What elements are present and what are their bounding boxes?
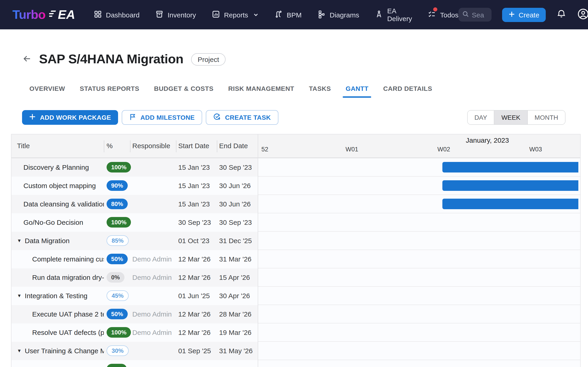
diagrams-icon bbox=[317, 10, 326, 19]
table-row[interactable]: ▼Execute UAT phase 2 tes 50% Demo Admin … bbox=[11, 305, 580, 323]
row-end-date: 30 Jun '26 bbox=[219, 177, 258, 195]
table-row[interactable]: ▼Custom object mapping 90% 15 Jan '23 30… bbox=[11, 177, 580, 195]
tab-status-reports[interactable]: STATUS REPORTS bbox=[72, 79, 147, 98]
type-badge: Project bbox=[191, 53, 225, 65]
row-responsible bbox=[132, 213, 176, 232]
row-title: Execute UAT phase 2 tes bbox=[32, 305, 104, 323]
tab-bar: OVERVIEW STATUS REPORTS BUDGET & COSTS R… bbox=[22, 79, 440, 98]
logo-ea-text: EA bbox=[58, 8, 75, 22]
progress-badge: 100% bbox=[107, 217, 131, 227]
table-row[interactable]: ▼Complete remaining cust 50% Demo Admin … bbox=[11, 250, 580, 268]
nav-item-ea-delivery[interactable]: EA Delivery bbox=[375, 7, 412, 23]
nav-item-bpm[interactable]: BPM bbox=[274, 10, 302, 19]
tab-gantt[interactable]: GANTT bbox=[338, 79, 376, 98]
profile-button[interactable] bbox=[577, 8, 588, 22]
row-responsible bbox=[132, 177, 176, 195]
row-title: Complete remaining cust bbox=[32, 250, 104, 268]
tab-overview[interactable]: OVERVIEW bbox=[22, 79, 72, 98]
tab-budget-costs[interactable]: BUDGET & COSTS bbox=[147, 79, 221, 98]
row-start-date: 12 Mar '26 bbox=[178, 323, 217, 342]
search-input[interactable] bbox=[472, 11, 490, 19]
collapse-caret-icon[interactable]: ▼ bbox=[17, 287, 22, 305]
todos-icon bbox=[428, 10, 436, 19]
nav-item-dashboard[interactable]: Dashboard bbox=[94, 10, 140, 19]
gantt-bar[interactable] bbox=[442, 180, 578, 191]
search-box[interactable] bbox=[458, 8, 492, 22]
create-task-button[interactable]: CREATE TASK bbox=[206, 110, 278, 125]
reports-icon bbox=[212, 10, 220, 19]
add-milestone-button[interactable]: ADD MILESTONE bbox=[121, 110, 202, 125]
table-row[interactable]: ▼Discovery & Planning 100% 15 Jan '23 30… bbox=[11, 158, 580, 177]
gantt-bar[interactable] bbox=[442, 162, 578, 173]
user-avatar-icon bbox=[577, 8, 588, 22]
gantt-row bbox=[258, 232, 580, 250]
chevron-down-icon bbox=[253, 11, 259, 19]
table-row[interactable]: ▼Data cleansing & validation 80% 15 Jan … bbox=[11, 195, 580, 213]
notification-dot bbox=[433, 7, 437, 11]
turboea-logo[interactable]: Turbo EA bbox=[12, 8, 75, 22]
speed-lines-icon bbox=[49, 9, 57, 20]
gantt-row bbox=[258, 195, 580, 213]
row-title: Data Migration bbox=[25, 232, 69, 250]
row-start-date: 12 Mar '26 bbox=[178, 305, 217, 323]
table-row[interactable]: ▼ bbox=[11, 360, 580, 367]
progress-badge: 100% bbox=[107, 162, 131, 173]
page-header: SAP S/4HANA Migration Project bbox=[22, 50, 225, 68]
progress-badge: 30% bbox=[107, 345, 129, 356]
column-header-responsible: Responsible bbox=[132, 134, 170, 157]
timescale-week-button[interactable]: WEEK bbox=[494, 110, 527, 124]
tab-card-details[interactable]: CARD DETAILS bbox=[376, 79, 440, 98]
timeline-week-label: W01 bbox=[346, 146, 358, 153]
collapse-caret-icon[interactable]: ▼ bbox=[17, 232, 22, 250]
gantt-row bbox=[258, 342, 580, 360]
table-row[interactable]: ▼Resolve UAT defects (pri 100% Demo Admi… bbox=[11, 323, 580, 342]
row-title: Discovery & Planning bbox=[23, 158, 89, 177]
notifications-button[interactable] bbox=[556, 9, 566, 20]
row-responsible: Demo Admin bbox=[132, 268, 176, 287]
tab-risk-management[interactable]: RISK MANAGEMENT bbox=[221, 79, 301, 98]
plus-icon bbox=[29, 113, 36, 122]
nav-item-reports[interactable]: Reports bbox=[212, 10, 259, 19]
gantt-row bbox=[258, 268, 580, 287]
check-circle-plus-icon bbox=[213, 113, 221, 122]
row-start-date: 12 Mar '26 bbox=[178, 268, 217, 287]
table-row[interactable]: ▼Data Migration 85% 01 Oct '23 31 Dec '2… bbox=[11, 232, 580, 250]
collapse-caret-icon[interactable]: ▼ bbox=[17, 342, 22, 360]
table-row[interactable]: ▼Integration & Testing 45% 01 Jun '25 30… bbox=[11, 287, 580, 305]
timeline-week-label: 52 bbox=[261, 146, 268, 153]
row-start-date: 01 Jun '25 bbox=[178, 287, 217, 305]
gantt-toolbar: ADD WORK PACKAGE ADD MILESTONE CREATE TA… bbox=[22, 110, 578, 125]
table-row[interactable]: ▼Go/No-Go Decision 100% 30 Sep '23 30 Se… bbox=[11, 213, 580, 232]
row-end-date: 30 Jun '26 bbox=[219, 195, 258, 213]
table-row[interactable]: ▼User Training & Change Mgm 30% 01 Sep '… bbox=[11, 342, 580, 360]
column-divider bbox=[104, 140, 104, 152]
table-header: Title % Responsible Start Date End Date … bbox=[11, 134, 580, 158]
gantt-row bbox=[258, 250, 580, 268]
timescale-day-button[interactable]: DAY bbox=[467, 110, 494, 124]
gantt-row bbox=[258, 177, 580, 195]
tab-tasks[interactable]: TASKS bbox=[302, 79, 338, 98]
navbar-right: Create bbox=[458, 8, 588, 22]
progress-badge: 90% bbox=[107, 180, 128, 191]
row-start-date: 30 Sep '23 bbox=[178, 213, 217, 232]
progress-badge: 85% bbox=[107, 235, 129, 246]
timescale-month-button[interactable]: MONTH bbox=[527, 110, 565, 124]
back-button[interactable] bbox=[22, 53, 32, 65]
bpm-icon bbox=[274, 10, 283, 19]
row-responsible: Demo Admin bbox=[132, 323, 176, 342]
table-row[interactable]: ▼Run data migration dry-ru 0% Demo Admin… bbox=[11, 268, 580, 287]
row-title: Custom object mapping bbox=[23, 177, 96, 195]
nav-item-todos[interactable]: Todos bbox=[428, 10, 458, 19]
gantt-bar[interactable] bbox=[442, 199, 578, 209]
create-button[interactable]: Create bbox=[502, 8, 546, 22]
row-responsible bbox=[132, 287, 176, 305]
dashboard-icon bbox=[94, 10, 102, 19]
gantt-row bbox=[258, 305, 580, 323]
row-title: Data cleansing & validation bbox=[23, 195, 104, 213]
nav-item-inventory[interactable]: Inventory bbox=[155, 10, 196, 19]
top-navbar: Turbo EA Dashboard Inventory Reports bbox=[0, 0, 588, 29]
nav-item-diagrams[interactable]: Diagrams bbox=[317, 10, 359, 19]
add-work-package-button[interactable]: ADD WORK PACKAGE bbox=[22, 110, 118, 125]
progress-badge: 100% bbox=[107, 327, 131, 338]
logo-turbo-text: Turbo bbox=[12, 8, 45, 22]
